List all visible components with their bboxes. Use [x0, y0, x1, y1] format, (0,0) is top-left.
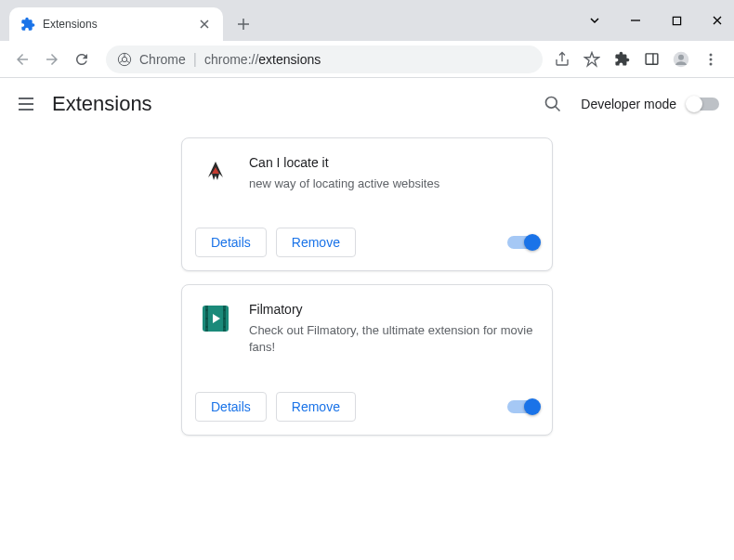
toolbar: Chrome | chrome://extensions [0, 41, 734, 78]
forward-button[interactable] [39, 46, 65, 72]
remove-button[interactable]: Remove [276, 228, 356, 257]
star-icon[interactable] [583, 51, 600, 68]
new-tab-button[interactable] [230, 11, 256, 37]
extensions-icon[interactable] [613, 51, 630, 68]
search-icon[interactable] [542, 93, 564, 115]
details-button[interactable]: Details [195, 392, 267, 422]
svg-point-5 [678, 54, 684, 59]
extension-enable-toggle[interactable] [507, 236, 539, 249]
maximize-button[interactable] [667, 11, 686, 30]
developer-mode-toggle[interactable] [688, 98, 719, 111]
svg-point-6 [710, 53, 713, 56]
svg-point-18 [224, 318, 226, 319]
extension-card: Can I locate it new way of locating acti… [181, 137, 553, 271]
minimize-button[interactable] [626, 11, 645, 30]
close-button[interactable] [708, 11, 727, 30]
extension-card: Filmatory Check out Filmatory, the ultim… [181, 284, 553, 435]
svg-rect-0 [673, 17, 680, 24]
menu-icon[interactable] [702, 51, 719, 68]
tab-title: Extensions [43, 18, 197, 31]
chrome-icon [117, 52, 132, 67]
toolbar-actions [554, 51, 725, 68]
close-icon[interactable] [197, 17, 212, 32]
extension-name: Can I locate it [249, 155, 535, 170]
details-button[interactable]: Details [195, 228, 267, 257]
svg-point-15 [206, 318, 208, 319]
developer-mode-label: Developer mode [581, 97, 676, 111]
share-icon[interactable] [554, 51, 570, 68]
extension-description: new way of locating active websites [249, 176, 535, 192]
back-button[interactable] [9, 46, 35, 72]
page-header: Extensions Developer mode [0, 78, 734, 130]
browser-tab[interactable]: Extensions [9, 7, 223, 41]
svg-point-16 [206, 326, 208, 328]
sidepanel-icon[interactable] [643, 51, 660, 68]
omnibox[interactable]: Chrome | chrome://extensions [106, 46, 543, 73]
svg-point-2 [122, 57, 126, 61]
puzzle-icon [20, 17, 35, 32]
titlebar: Extensions [0, 0, 734, 41]
extension-description: Check out Filmatory, the ultimate extens… [249, 322, 535, 356]
svg-point-19 [224, 326, 226, 328]
omnibox-url-path: extensions [258, 52, 321, 67]
svg-rect-3 [646, 54, 658, 64]
omnibox-origin: Chrome [139, 52, 186, 67]
extension-icon [199, 155, 232, 189]
omnibox-url-prefix: chrome:// [204, 52, 258, 67]
svg-point-7 [710, 58, 713, 60]
svg-point-17 [224, 309, 226, 311]
hamburger-icon[interactable] [15, 93, 37, 115]
remove-button[interactable]: Remove [276, 392, 356, 422]
extension-list: Can I locate it new way of locating acti… [0, 130, 734, 443]
svg-point-9 [546, 98, 557, 109]
extension-icon [199, 302, 232, 335]
svg-point-8 [710, 62, 713, 65]
chevron-down-icon[interactable] [585, 11, 604, 30]
profile-icon[interactable] [673, 51, 689, 68]
svg-point-14 [206, 309, 208, 311]
page-title: Extensions [52, 92, 152, 116]
reload-button[interactable] [69, 46, 95, 72]
extension-enable-toggle[interactable] [507, 400, 539, 413]
window-controls [585, 0, 734, 41]
extension-name: Filmatory [249, 302, 535, 317]
